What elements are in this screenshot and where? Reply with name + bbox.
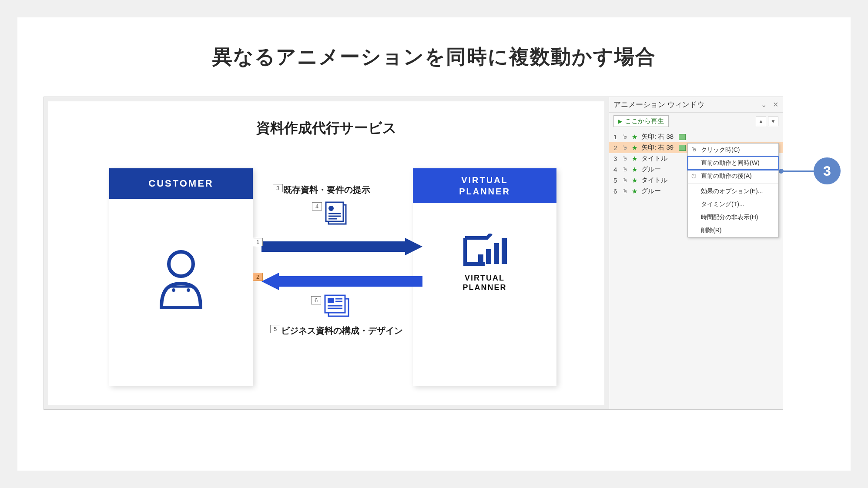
arrow-right-icon (261, 238, 422, 254)
ctx-effect-options[interactable]: 効果のオプション(E)... (688, 185, 778, 198)
ctx-timing[interactable]: タイミング(T)... (688, 198, 778, 211)
svg-point-1 (172, 288, 175, 292)
mouse-icon: 🖱 (622, 134, 629, 140)
step-badge: 3 (814, 157, 841, 184)
star-icon: ★ (632, 187, 639, 195)
slide-diagram: CUSTOMER (66, 151, 587, 394)
anim-num: 1 (613, 133, 620, 140)
ctx-hide-timeline[interactable]: 時間配分の非表示(H) (688, 211, 778, 224)
svg-rect-6 (502, 238, 507, 264)
customer-card: CUSTOMER (109, 168, 253, 386)
ctx-on-click[interactable]: 🖱 クリック時(C) (688, 144, 778, 157)
svg-rect-5 (494, 243, 499, 264)
star-icon: ★ (632, 144, 639, 152)
svg-marker-7 (261, 238, 422, 255)
callout-line (781, 170, 814, 172)
anim-num: 6 (613, 187, 620, 195)
anim-num: 2 (613, 144, 620, 151)
play-label: ここから再生 (625, 117, 664, 125)
ctx-remove[interactable]: 削除(R) (688, 224, 778, 237)
top-caption: 既存資料・要件の提示 (283, 184, 370, 196)
planner-logo: VIRTUAL PLANNER (461, 234, 509, 292)
star-icon: ★ (632, 166, 639, 174)
anim-tag-1: 1 (253, 238, 263, 246)
planner-header-l2: PLANNER (459, 187, 510, 196)
animation-item[interactable]: 1 🖱 ★ 矢印: 右 38 (609, 131, 783, 142)
mouse-icon: 🖱 (622, 177, 629, 184)
anim-num: 3 (613, 155, 620, 162)
page-title: 異なるアニメーションを同時に複数動かす場合 (44, 43, 824, 70)
anim-label: グルー (641, 187, 661, 195)
timing-bar (679, 134, 686, 140)
context-menu: 🖱 クリック時(C) 直前の動作と同時(W) ◷ 直前の動作の後(A) 効果のオ… (687, 143, 779, 237)
content-row: 資料作成代行サービス CUSTOMER (44, 97, 824, 410)
slide-preview-frame: 資料作成代行サービス CUSTOMER (44, 97, 609, 410)
bottom-caption: ビジネス資料の構成・デザイン (281, 325, 403, 337)
star-icon: ★ (632, 155, 639, 163)
planner-card: VIRTUAL PLANNER (413, 168, 556, 386)
mouse-icon: 🖱 (622, 188, 629, 194)
svg-rect-3 (478, 254, 483, 264)
svg-point-11 (328, 206, 334, 211)
anim-tag-6: 6 (311, 296, 321, 304)
person-icon (153, 247, 209, 314)
svg-point-2 (187, 288, 190, 292)
anim-num: 5 (613, 177, 620, 184)
svg-rect-17 (328, 298, 334, 303)
move-down-button[interactable]: ▼ (768, 117, 778, 126)
animation-pane-title: アニメーション ウィンドウ (613, 100, 704, 110)
move-up-button[interactable]: ▲ (756, 117, 766, 126)
anim-label: タイトル (641, 154, 667, 163)
separator (688, 184, 778, 184)
anim-label: タイトル (641, 176, 667, 184)
anim-label: グルー (641, 165, 661, 174)
planner-logo-l2: PLANNER (462, 283, 506, 292)
planner-header: VIRTUAL PLANNER (413, 168, 556, 203)
close-icon[interactable]: ✕ (773, 100, 778, 109)
chevron-down-icon[interactable]: ⌄ (761, 100, 767, 109)
svg-marker-8 (261, 273, 422, 290)
document-icon-bottom (322, 293, 350, 321)
animation-pane: アニメーション ウィンドウ ⌄ ✕ ▶ ここから再生 ▲ ▼ 1 (609, 97, 783, 410)
play-icon: ▶ (618, 118, 622, 124)
anim-tag-5: 5 (270, 325, 280, 333)
customer-header: CUSTOMER (109, 168, 253, 199)
arrow-left-icon (261, 273, 422, 288)
slide-canvas: 資料作成代行サービス CUSTOMER (48, 101, 604, 405)
mouse-icon: 🖱 (691, 146, 697, 153)
anim-tag-4: 4 (312, 202, 322, 211)
star-icon: ★ (632, 133, 639, 141)
ctx-after-previous[interactable]: ◷ 直前の動作の後(A) (688, 170, 778, 183)
clock-icon: ◷ (691, 172, 696, 179)
ctx-with-previous[interactable]: 直前の動作と同時(W) (688, 157, 778, 170)
svg-point-0 (169, 252, 193, 276)
mouse-icon: 🖱 (622, 166, 629, 173)
animation-pane-header: アニメーション ウィンドウ ⌄ ✕ (609, 97, 783, 113)
mouse-icon: 🖱 (622, 144, 629, 151)
timing-bar (679, 145, 686, 151)
slide-title: 資料作成代行サービス (66, 119, 587, 138)
anim-num: 4 (613, 166, 620, 173)
mouse-icon: 🖱 (622, 155, 629, 162)
star-icon: ★ (632, 177, 639, 184)
svg-rect-4 (486, 249, 491, 264)
anim-label: 矢印: 右 39 (641, 144, 674, 152)
anim-label: 矢印: 右 38 (641, 133, 674, 141)
planner-header-l1: VIRTUAL (461, 175, 508, 185)
play-from-here-button[interactable]: ▶ ここから再生 (613, 115, 669, 127)
planner-logo-l1: VIRTUAL (465, 274, 505, 282)
anim-tag-3: 3 (273, 184, 283, 192)
anim-tag-2: 2 (253, 273, 263, 281)
document-icon-top (322, 199, 349, 227)
